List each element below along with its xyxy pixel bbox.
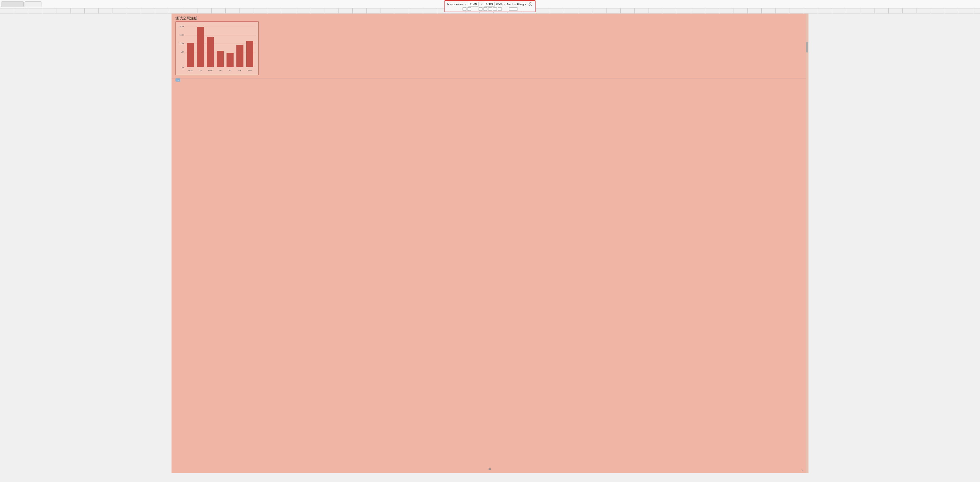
scrollbar-track[interactable] <box>806 14 808 473</box>
throttle-dropdown[interactable]: No throttling ▼ <box>507 3 527 6</box>
svg-text:Sat: Sat <box>238 69 242 72</box>
svg-text:100: 100 <box>180 42 184 45</box>
svg-rect-14 <box>197 27 204 67</box>
sub-btn-2[interactable] <box>468 7 471 11</box>
svg-text:200: 200 <box>180 25 184 28</box>
sub-btn-5[interactable] <box>488 7 492 11</box>
svg-text:Fri: Fri <box>229 69 231 72</box>
svg-text:Wed: Wed <box>208 69 212 72</box>
viewport-area: 测试全局注册 200 150 100 50 0 <box>0 8 980 473</box>
divider-label: ... <box>175 78 180 81</box>
svg-text:0: 0 <box>182 66 184 69</box>
no-ua-icon[interactable] <box>528 2 533 6</box>
width-input[interactable] <box>468 2 479 7</box>
zoom-dropdown[interactable]: 65% ▼ <box>496 3 505 6</box>
divider-line <box>172 78 808 78</box>
responsive-toolbar: Responsive ▼ × 65% ▼ No throttling ▼ <box>444 0 535 12</box>
svg-text:Thu: Thu <box>218 69 222 72</box>
throttle-dropdown-arrow: ▼ <box>524 3 527 6</box>
sub-btn-3[interactable] <box>479 7 483 11</box>
dimension-x: × <box>480 3 482 6</box>
zoom-label: 65% <box>496 3 503 6</box>
responsive-dropdown[interactable]: Responsive ▼ <box>447 3 466 6</box>
devtools-toolbar: Responsive ▼ × 65% ▼ No throttling ▼ <box>0 0 980 8</box>
resize-handle[interactable]: ⤡ <box>801 468 805 472</box>
svg-text:50: 50 <box>181 51 184 53</box>
page-title: 测试全局注册 <box>175 16 197 21</box>
svg-text:Sun: Sun <box>248 69 251 72</box>
svg-rect-16 <box>207 37 214 67</box>
sub-btn-7[interactable] <box>498 7 502 11</box>
svg-line-1 <box>529 3 532 6</box>
throttle-label: No throttling <box>507 3 523 6</box>
svg-text:Mon: Mon <box>188 69 192 72</box>
responsive-dropdown-arrow: ▼ <box>464 3 466 6</box>
svg-rect-22 <box>236 45 243 67</box>
bar-chart: 200 150 100 50 0 Mon <box>176 22 259 75</box>
sub-btn-6[interactable] <box>493 7 497 11</box>
svg-text:Tue: Tue <box>198 69 202 72</box>
zoom-dropdown-arrow: ▼ <box>503 3 505 6</box>
bottom-drag-handle[interactable]: ≡ <box>488 466 492 471</box>
svg-rect-18 <box>216 51 224 67</box>
svg-rect-20 <box>226 53 234 67</box>
page-background: 测试全局注册 200 150 100 50 0 <box>172 14 808 473</box>
svg-rect-24 <box>246 41 253 67</box>
sub-btn-8[interactable] <box>509 7 518 11</box>
svg-text:150: 150 <box>180 34 184 37</box>
height-input[interactable] <box>484 2 495 7</box>
page-viewport: 测试全局注册 200 150 100 50 0 <box>172 14 808 473</box>
sub-btn-1[interactable] <box>463 7 466 11</box>
svg-rect-12 <box>187 43 194 67</box>
responsive-sub-row <box>447 7 533 11</box>
chart-container: 200 150 100 50 0 Mon <box>175 21 259 75</box>
responsive-label: Responsive <box>447 3 463 6</box>
scrollbar-thumb[interactable] <box>806 42 808 53</box>
sub-btn-4[interactable] <box>484 7 487 11</box>
